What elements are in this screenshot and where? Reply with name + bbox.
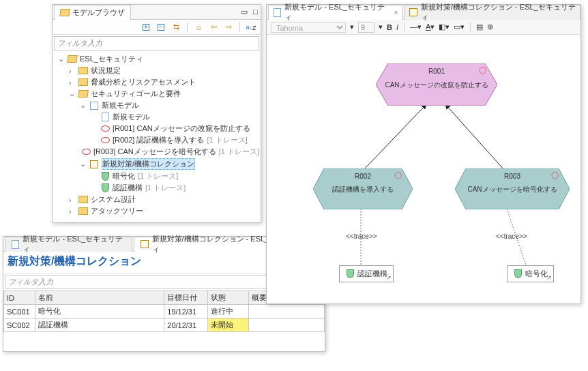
twisty-icon[interactable]: › bbox=[69, 67, 76, 75]
tree-node-label: [R003] CANメッセージを暗号化する bbox=[93, 147, 216, 157]
link-editor-button[interactable]: ⇆ bbox=[171, 22, 181, 33]
oval-icon bbox=[100, 136, 110, 145]
toolbar-separator bbox=[470, 23, 471, 32]
folder-open-icon bbox=[68, 55, 77, 64]
forward-button[interactable]: ⇨ bbox=[223, 22, 234, 33]
tree-node[interactable]: 認証機構 [1 トレース] bbox=[55, 182, 259, 194]
twisty-icon[interactable]: ⌄ bbox=[80, 101, 87, 110]
filter-input[interactable]: フィルタ入力 bbox=[54, 36, 259, 50]
trace-count: [1 トレース] bbox=[207, 135, 247, 145]
tree-node-label: アタックツリー bbox=[91, 206, 143, 216]
link-corner-icon: ↗ bbox=[386, 274, 392, 281]
tree-node-label: 脅威分析とリスクアセスメント bbox=[91, 77, 196, 87]
tree-node[interactable]: ›状況規定 bbox=[55, 65, 259, 76]
expand-all-button[interactable]: + bbox=[141, 22, 151, 33]
dropdown-icon: ▾ bbox=[350, 23, 354, 31]
tab-model-browser[interactable]: モデルブラウザ bbox=[54, 5, 131, 20]
mechanism-node-crypto[interactable]: 暗号化 ↗ bbox=[507, 265, 554, 282]
tree-node[interactable]: 新規モデル bbox=[55, 111, 259, 123]
browser-tab-label: モデルブラウザ bbox=[72, 8, 125, 18]
model-tree[interactable]: ⌄ESL_セキュリティ›状況規定›脅威分析とリスクアセスメント⌄セキュリティゴー… bbox=[53, 52, 261, 222]
tab-diagram-active[interactable]: 新規モデル - ESL_セキュリティ × bbox=[268, 5, 403, 20]
close-tab-icon[interactable]: × bbox=[394, 8, 398, 16]
browser-toolbar: + − ⇆ ⌂ ⇦ ⇨ a↓z bbox=[53, 20, 261, 35]
column-header[interactable]: 名前 bbox=[35, 291, 164, 305]
goal-node-r001[interactable]: R001 ◯ CANメッセージの改竄を防止する bbox=[376, 63, 497, 106]
italic-button[interactable]: I bbox=[396, 23, 398, 31]
tree-node[interactable]: ⌄新規モデル bbox=[55, 100, 259, 111]
column-header[interactable]: 目標日付 bbox=[164, 291, 208, 305]
table-row[interactable]: SC001暗号化19/12/31進行中 bbox=[4, 305, 325, 318]
font-color-button[interactable]: A▾ bbox=[426, 23, 435, 31]
tree-node-label: 状況規定 bbox=[91, 65, 121, 76]
tab-new-model[interactable]: 新規モデル - ESL_セキュリティ bbox=[5, 237, 132, 252]
tree-node[interactable]: ›脅威分析とリスクアセスメント bbox=[55, 76, 259, 88]
font-size-input[interactable] bbox=[358, 22, 374, 33]
twisty-icon[interactable]: ⌄ bbox=[80, 160, 87, 168]
back-button[interactable]: ⇦ bbox=[208, 22, 219, 33]
home-button[interactable]: ⌂ bbox=[193, 22, 204, 33]
tree-node[interactable]: [R001] CANメッセージの改竄を防止する bbox=[55, 123, 259, 134]
oval-icon bbox=[100, 124, 110, 134]
trace-count: [1 トレース] bbox=[219, 147, 259, 157]
zoom-button[interactable]: ⊕ bbox=[487, 23, 493, 31]
twisty-icon[interactable]: › bbox=[69, 207, 76, 216]
column-header[interactable]: 状態 bbox=[208, 291, 249, 305]
table-cell-id: SC001 bbox=[4, 305, 35, 318]
mechanism-node-auth[interactable]: 認証機構 ↗ bbox=[339, 265, 394, 282]
tree-node-label: 認証機構 bbox=[113, 183, 143, 193]
collection-icon bbox=[140, 239, 149, 249]
goal-node-r003[interactable]: R003 ◯ CANメッセージを暗号化する bbox=[455, 168, 570, 209]
svg-line-0 bbox=[364, 104, 426, 170]
tree-node[interactable]: ⌄セキュリティゴールと要件 bbox=[55, 88, 259, 100]
table-row[interactable]: SC002認証機構20/12/31未開始 bbox=[4, 318, 325, 332]
table-cell-name: 認証機構 bbox=[35, 318, 164, 332]
table-cell-date: 19/12/31 bbox=[164, 305, 208, 318]
diagram-canvas[interactable]: R001 ◯ CANメッセージの改竄を防止する R002 ◯ 認証機構を導入する… bbox=[267, 35, 580, 303]
toolbar-separator bbox=[187, 23, 188, 32]
shield-icon bbox=[100, 183, 110, 193]
column-header[interactable]: ID bbox=[4, 291, 35, 305]
folder-icon bbox=[78, 78, 88, 87]
trace-count: [1 トレース] bbox=[138, 171, 178, 181]
bold-button[interactable]: B bbox=[387, 23, 392, 31]
font-select[interactable]: Tahoma bbox=[271, 22, 346, 33]
grid-button[interactable]: ▤ bbox=[476, 23, 483, 31]
collapse-all-button[interactable]: − bbox=[156, 22, 166, 33]
line-color-button[interactable]: ▭▾ bbox=[454, 23, 465, 31]
trace-count: [1 トレース] bbox=[145, 183, 186, 193]
model-doc-icon bbox=[11, 239, 20, 249]
tree-node[interactable]: ⌄ESL_セキュリティ bbox=[55, 53, 259, 65]
sort-button[interactable]: a↓z bbox=[246, 22, 256, 33]
twisty-icon[interactable]: › bbox=[69, 78, 76, 87]
link-corner-icon: ↗ bbox=[546, 274, 552, 281]
tree-node-label: システム設計 bbox=[91, 194, 136, 205]
mechanism-label: 認証機構 bbox=[357, 269, 387, 279]
dropdown-icon: ▾ bbox=[379, 23, 383, 31]
detail-tab1-label: 新規モデル - ESL_セキュリティ bbox=[23, 234, 126, 254]
oval-icon bbox=[82, 147, 91, 157]
fill-color-button[interactable]: ◧▾ bbox=[439, 23, 450, 31]
box-icon bbox=[89, 160, 99, 169]
tree-node[interactable]: ›システム設計 bbox=[55, 194, 259, 205]
tree-node[interactable]: [R003] CANメッセージを暗号化する [1 トレース] bbox=[55, 146, 259, 158]
browser-window-controls: ▭ □ bbox=[241, 8, 258, 16]
goal-node-r002[interactable]: R002 ◯ 認証機構を導入する bbox=[313, 168, 413, 209]
line-style-button[interactable]: —▾ bbox=[410, 23, 422, 31]
twisty-icon[interactable]: ⌄ bbox=[58, 55, 65, 63]
tree-node[interactable]: 暗号化 [1 トレース] bbox=[55, 170, 259, 182]
twisty-icon[interactable]: ⌄ bbox=[69, 89, 76, 98]
shield-icon bbox=[513, 269, 523, 279]
tab-diagram-inactive[interactable]: 新規対策/機構コレクション - ESL_セキュリティ bbox=[405, 5, 580, 20]
twisty-icon[interactable]: › bbox=[69, 196, 76, 204]
minimize-icon[interactable]: ▭ bbox=[241, 8, 248, 16]
tree-node[interactable]: [R002] 認証機構を導入する [1 トレース] bbox=[55, 134, 259, 146]
restore-icon[interactable]: □ bbox=[253, 8, 258, 16]
tree-node[interactable]: ⌄新規対策/機構コレクション bbox=[55, 158, 259, 170]
oval-icon: ◯ bbox=[479, 66, 486, 74]
tree-node[interactable]: ›アタックツリー bbox=[55, 205, 259, 217]
svg-line-1 bbox=[445, 104, 504, 170]
trace-label: <<trace>> bbox=[346, 233, 377, 240]
table-cell-status: 未開始 bbox=[208, 318, 249, 332]
folder-icon bbox=[78, 195, 88, 205]
